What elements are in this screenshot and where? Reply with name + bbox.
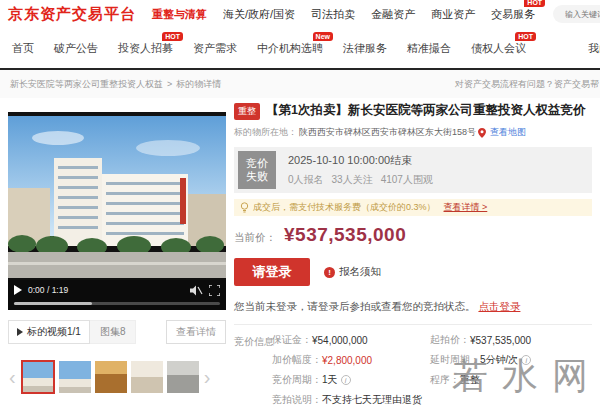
nav-judicial-auction[interactable]: 司法拍卖: [311, 7, 355, 22]
site-logo[interactable]: 京东资产交易平台: [8, 5, 136, 24]
video-progress-bar[interactable]: [14, 302, 220, 305]
fee-notice-text: 成交后，需支付技术服务费（成交价的0.3%）: [253, 201, 436, 214]
login-button[interactable]: 请登录: [234, 258, 310, 286]
hospital-photo: [8, 116, 226, 278]
field-bid-cycle: 竞价周期：1天: [272, 373, 428, 387]
trade-help-link[interactable]: 对资产交易流程有问题？资产交易帮: [455, 78, 599, 91]
stat-follow: 33人关注: [332, 173, 373, 187]
bid-info-label: 竞价信息: [234, 335, 274, 349]
auction-stats: 0人报名 33人关注 4107人围观: [288, 173, 433, 187]
login-tip: 您当前未登录，请登录后参拍或查看您的竞拍状态。 点击登录: [234, 300, 592, 314]
thumbnail-4[interactable]: [131, 361, 163, 393]
page: 京东资产交易平台 重整与清算 海关/政府/国资 司法拍卖 金融资产 商业资产 交…: [0, 0, 600, 405]
lot-title: 【第1次拍卖】新长安医院等两家公司重整投资人权益竞价: [266, 102, 585, 118]
current-price-row: 当前价： ¥537,535,000: [234, 224, 592, 246]
thumbnail-1-selected[interactable]: [21, 360, 55, 394]
thumbnail-5[interactable]: [167, 361, 199, 393]
video-player[interactable]: 0:00 / 1:19: [8, 112, 226, 310]
fullscreen-icon[interactable]: [209, 285, 220, 296]
field-deposit: 保证金：¥54,000,000: [272, 333, 428, 347]
exclamation-icon: !: [324, 267, 335, 278]
auction-end-time: 2025-10-10 10:00:00结束: [288, 153, 433, 168]
video-time: 0:00 / 1:19: [28, 285, 68, 295]
fee-notice-bar: 成交后，需支付技术服务费（成交价的0.3%） 查看详情 >: [234, 199, 592, 216]
stat-signup: 0人报名: [288, 173, 324, 187]
view-map-link[interactable]: 查看地图: [490, 126, 526, 139]
subnav-intermediary[interactable]: 中介机构选聘 New: [257, 41, 323, 56]
stat-view: 4107人围观: [381, 173, 433, 187]
subnav-legal-services[interactable]: 法律服务: [343, 41, 387, 56]
field-start-price: 起拍价：¥537,535,000: [430, 333, 531, 347]
auction-status-box: 竞价 失败 2025-10-10 10:00:00结束 0人报名 33人关注 4…: [234, 147, 592, 193]
info-icon[interactable]: [341, 375, 351, 385]
breadcrumb-path[interactable]: 新长安医院等两家公司重整投资人权益: [10, 78, 163, 91]
breadcrumb-current: 标的物详情: [176, 78, 221, 91]
current-price-label: 当前价：: [234, 231, 276, 245]
hot-badge: HOT: [162, 32, 183, 41]
breadcrumb-separator: >: [167, 79, 172, 89]
thumbnail-3[interactable]: [95, 361, 127, 393]
nav-reorg-liquidation[interactable]: 重整与清算: [152, 7, 207, 22]
mute-icon[interactable]: [190, 285, 203, 296]
nav-financial-assets[interactable]: 金融资产: [371, 7, 415, 22]
nav-trading-services[interactable]: 交易服务 HOT: [491, 7, 535, 22]
primary-nav: 重整与清算 海关/政府/国资 司法拍卖 金融资产 商业资产 交易服务 HOT: [152, 7, 535, 22]
my-account-link[interactable]: 我的: [588, 41, 600, 56]
map-pin-icon: [478, 128, 486, 138]
bulb-icon: [240, 202, 249, 213]
fee-detail-link[interactable]: 查看详情 >: [444, 201, 488, 214]
subnav-investor-recruit[interactable]: 投资人招募 HOT: [118, 41, 173, 56]
search-input[interactable]: [553, 5, 600, 23]
hot-badge: HOT: [524, 0, 545, 7]
status-badge: 竞价 失败: [238, 151, 276, 189]
tab-gallery[interactable]: 图集8: [90, 320, 137, 344]
thumbnail-2[interactable]: [59, 361, 91, 393]
thumbs-prev-icon[interactable]: ‹: [8, 367, 17, 387]
location-address: 陕西西安市碑林区西安市碑林区东大街158号: [299, 126, 476, 139]
new-badge: New: [313, 32, 333, 41]
subnav-asset-demand[interactable]: 资产需求: [193, 41, 237, 56]
top-header: 京东资产交易平台 重整与清算 海关/政府/国资 司法拍卖 金融资产 商业资产 交…: [0, 0, 600, 28]
secondary-nav: 首页 破产公告 投资人招募 HOT 资产需求 中介机构选聘 New 法律服务 精…: [0, 28, 600, 70]
subnav-bankruptcy-notices[interactable]: 破产公告: [54, 41, 98, 56]
nav-commercial-assets[interactable]: 商业资产: [431, 7, 475, 22]
video-controls: 0:00 / 1:19: [8, 280, 226, 310]
field-auction-note: 竞拍说明：不支持七天无理由退货: [272, 393, 428, 405]
thumbnail-strip: ‹ ›: [8, 356, 226, 398]
subnav-creditor-meeting[interactable]: 债权人会议 HOT: [471, 41, 526, 56]
play-icon[interactable]: [14, 285, 22, 295]
view-details-button[interactable]: 查看详情: [166, 320, 226, 344]
thumbs-next-icon[interactable]: ›: [203, 367, 212, 387]
breadcrumb: 新长安医院等两家公司重整投资人权益 > 标的物详情 对资产交易流程有问题？资产交…: [0, 70, 600, 98]
signup-notice-link[interactable]: ! 报名须知: [324, 265, 381, 279]
tab-target-video[interactable]: 标的视频1/1: [8, 320, 90, 344]
subnav-precise-matching[interactable]: 精准撮合: [407, 41, 451, 56]
location-label: 标的物所在地：: [234, 126, 297, 139]
hot-badge: HOT: [515, 32, 536, 41]
current-price-value: ¥537,535,000: [284, 224, 406, 246]
click-login-link[interactable]: 点击登录: [478, 300, 520, 312]
nav-customs-gov[interactable]: 海关/政府/国资: [223, 7, 295, 22]
subnav-home[interactable]: 首页: [12, 41, 34, 56]
watermark: 若水网: [452, 352, 600, 401]
location-row: 标的物所在地： 陕西西安市碑林区西安市碑林区东大街158号 查看地图: [234, 126, 592, 139]
field-increment: 加价幅度：¥2,800,000: [272, 353, 428, 367]
media-tabs: 标的视频1/1 图集8 查看详情: [8, 320, 226, 344]
reorg-badge: 重整: [234, 103, 260, 120]
play-small-icon: [17, 328, 23, 336]
